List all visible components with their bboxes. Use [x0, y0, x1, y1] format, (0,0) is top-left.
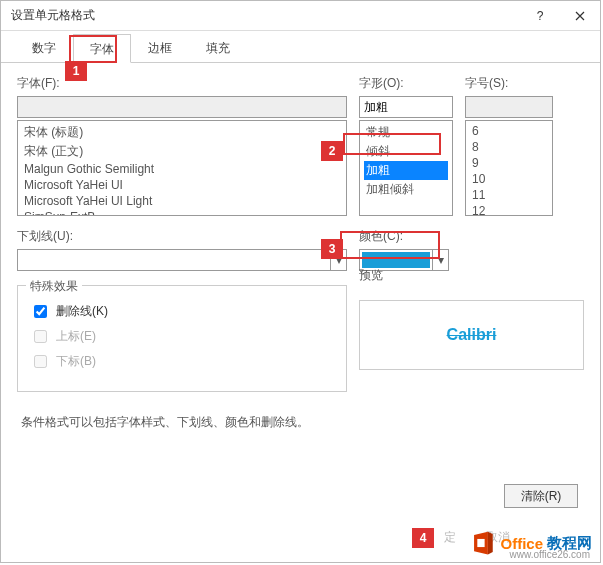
size-column: 字号(S): 689101112 [465, 75, 553, 216]
size-list-item[interactable]: 10 [470, 171, 548, 187]
tab-strip: 数字 字体 边框 填充 [1, 33, 600, 63]
help-button[interactable]: ? [520, 1, 560, 31]
chevron-down-icon: ▾ [438, 253, 444, 267]
underline-color-row: 下划线(U): ▾ 颜色(C): ▾ [17, 228, 584, 271]
size-input[interactable] [465, 96, 553, 118]
effects-legend: 特殊效果 [26, 278, 82, 295]
underline-combo[interactable] [17, 249, 331, 271]
size-label: 字号(S): [465, 75, 553, 92]
size-list-item[interactable]: 8 [470, 139, 548, 155]
subscript-label: 下标(B) [56, 353, 96, 370]
size-list-item[interactable]: 9 [470, 155, 548, 171]
format-cells-dialog: 设置单元格格式 ? 数字 字体 边框 填充 字体(F): 宋体 (标题)宋体 (… [0, 0, 601, 563]
size-list-item[interactable]: 11 [470, 187, 548, 203]
brand-url: www.office26.com [510, 549, 590, 560]
underline-label: 下划线(U): [17, 228, 347, 245]
underline-column: 下划线(U): ▾ [17, 228, 347, 271]
preview-text: Calibri [447, 326, 497, 344]
font-listbox[interactable]: 宋体 (标题)宋体 (正文)Malgun Gothic SemilightMic… [17, 120, 347, 216]
effects-preview-row: 特殊效果 删除线(K) 上标(E) 下标(B) 预览 Calibri [17, 271, 584, 392]
style-list-item[interactable]: 倾斜 [364, 142, 448, 161]
style-column: 字形(O): 常规倾斜加粗加粗倾斜 [359, 75, 453, 216]
style-label: 字形(O): [359, 75, 453, 92]
color-label: 颜色(C): [359, 228, 469, 245]
preview-box: Calibri [359, 300, 584, 370]
color-swatch [362, 252, 430, 268]
callout-4: 4 [412, 528, 434, 548]
style-listbox[interactable]: 常规倾斜加粗加粗倾斜 [359, 120, 453, 216]
dialog-title: 设置单元格格式 [11, 7, 520, 24]
size-listbox[interactable]: 689101112 [465, 120, 553, 216]
close-button[interactable] [560, 1, 600, 31]
svg-marker-1 [488, 532, 493, 555]
strike-checkbox[interactable] [34, 305, 47, 318]
subscript-checkbox[interactable] [34, 355, 47, 368]
style-input[interactable] [359, 96, 453, 118]
color-column: 颜色(C): ▾ [359, 228, 469, 271]
font-column: 字体(F): 宋体 (标题)宋体 (正文)Malgun Gothic Semil… [17, 75, 347, 216]
size-list-item[interactable]: 6 [470, 123, 548, 139]
tab-font[interactable]: 字体 [73, 34, 131, 63]
superscript-checkbox[interactable] [34, 330, 47, 343]
font-list-item[interactable]: SimSun-ExtB [22, 209, 342, 216]
style-list-item[interactable]: 加粗倾斜 [364, 180, 448, 199]
font-label: 字体(F): [17, 75, 347, 92]
font-row: 字体(F): 宋体 (标题)宋体 (正文)Malgun Gothic Semil… [17, 75, 584, 216]
note-text: 条件格式可以包括字体样式、下划线、颜色和删除线。 [21, 414, 584, 431]
font-list-item[interactable]: 宋体 (正文) [22, 142, 342, 161]
svg-rect-2 [478, 539, 485, 547]
tab-fill[interactable]: 填充 [189, 33, 247, 62]
strike-label: 删除线(K) [56, 303, 108, 320]
underline-dropdown-arrow[interactable]: ▾ [331, 249, 347, 271]
tab-number[interactable]: 数字 [15, 33, 73, 62]
titlebar: 设置单元格格式 ? [1, 1, 600, 31]
style-list-item[interactable]: 常规 [364, 123, 448, 142]
font-input[interactable] [17, 96, 347, 118]
font-list-item[interactable]: Malgun Gothic Semilight [22, 161, 342, 177]
size-list-item[interactable]: 12 [470, 203, 548, 216]
superscript-label: 上标(E) [56, 328, 96, 345]
effects-fieldset: 特殊效果 删除线(K) 上标(E) 下标(B) [17, 285, 347, 392]
tab-border[interactable]: 边框 [131, 33, 189, 62]
style-list-item[interactable]: 加粗 [364, 161, 448, 180]
font-list-item[interactable]: 宋体 (标题) [22, 123, 342, 142]
preview-label: 预览 [359, 267, 584, 284]
clear-button[interactable]: 清除(R) [504, 484, 578, 508]
office-logo-icon [470, 530, 496, 556]
dialog-body: 字体(F): 宋体 (标题)宋体 (正文)Malgun Gothic Semil… [1, 63, 600, 443]
preview-column: 预览 Calibri [359, 285, 584, 392]
subscript-checkbox-row[interactable]: 下标(B) [30, 352, 334, 371]
font-list-item[interactable]: Microsoft YaHei UI Light [22, 193, 342, 209]
superscript-checkbox-row[interactable]: 上标(E) [30, 327, 334, 346]
chevron-down-icon: ▾ [336, 253, 342, 267]
strike-checkbox-row[interactable]: 删除线(K) [30, 302, 334, 321]
font-list-item[interactable]: Microsoft YaHei UI [22, 177, 342, 193]
close-icon [575, 11, 585, 21]
ok-button[interactable]: 定 [444, 529, 456, 546]
